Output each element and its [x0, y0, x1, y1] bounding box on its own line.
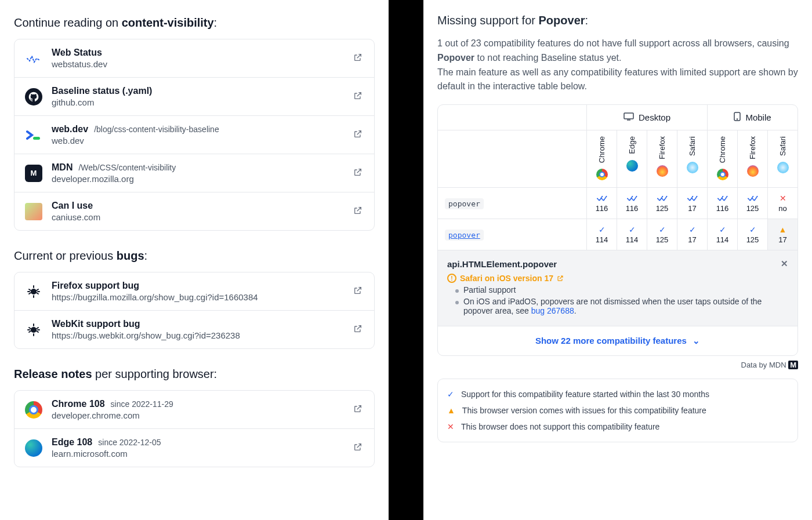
- compat-version: 116: [626, 204, 639, 213]
- release-domain: developer.chrome.com: [52, 410, 344, 420]
- firefox-icon: [747, 165, 759, 177]
- svg-point-2: [31, 327, 37, 333]
- missing-support-description: 1 out of 23 compatibility features do no…: [437, 37, 798, 94]
- svg-point-1: [31, 289, 37, 294]
- compat-cell[interactable]: ✓114: [707, 219, 737, 250]
- compat-version: 17: [778, 235, 786, 244]
- browser-header-cell: Chrome: [707, 130, 737, 187]
- feature-name: popover: [445, 230, 484, 241]
- compat-cell[interactable]: ✓114: [617, 219, 647, 250]
- browser-header-row: ChromeEdgeFirefoxSafariChromeFirefoxSafa…: [438, 130, 798, 188]
- compat-cell[interactable]: 116: [707, 188, 737, 219]
- bug-link[interactable]: bug 267688: [531, 306, 574, 315]
- resource-row[interactable]: Web Statuswebstatus.dev: [14, 39, 374, 77]
- resource-path: /blog/css-content-visibility-baseline: [94, 125, 219, 134]
- resource-domain: web.dev: [52, 136, 344, 146]
- compat-cell[interactable]: 17: [677, 188, 707, 219]
- resource-row[interactable]: Can I usecaniuse.com: [14, 192, 374, 230]
- chrome-icon: [717, 169, 728, 180]
- resource-title: web.dev: [52, 124, 88, 134]
- browser-name: Chrome: [597, 136, 606, 163]
- close-icon[interactable]: ✕: [781, 259, 788, 269]
- compat-cell[interactable]: 116: [617, 188, 647, 219]
- recent-check-icon: [618, 194, 646, 203]
- missing-support-heading: Missing support for Popover:: [437, 14, 798, 27]
- compat-cell[interactable]: ▲17: [767, 219, 798, 250]
- bug-title: WebKit support bug: [52, 319, 140, 329]
- compat-version: 114: [716, 235, 729, 244]
- recent-check-icon: [679, 194, 706, 203]
- bug-row[interactable]: Firefox support bughttps://bugzilla.mozi…: [14, 272, 374, 310]
- resource-domain: webstatus.dev: [52, 59, 344, 69]
- resource-title: MDN: [52, 162, 72, 173]
- cross-icon: ✕: [769, 194, 796, 203]
- browser-header-cell: Firefox: [737, 130, 767, 187]
- svg-point-5: [737, 119, 738, 119]
- resource-domain: caniuse.com: [52, 212, 344, 222]
- compat-version: 125: [656, 204, 669, 213]
- left-column: Continue reading on content-visibility: …: [0, 0, 406, 520]
- browser-header-cell: Chrome: [586, 130, 617, 187]
- cross-icon: ✕: [447, 422, 454, 431]
- compat-cell[interactable]: ✓125: [737, 219, 767, 250]
- compat-cell[interactable]: ✕no: [767, 188, 798, 219]
- resource-title: Web Status: [52, 48, 102, 58]
- show-more-button[interactable]: Show 22 more compatibility features ⌄: [438, 326, 798, 355]
- compat-table: Desktop Mobile ChromeEdgeFirefoxSafariCh…: [437, 104, 798, 356]
- heading-text: per supporting browser:: [92, 368, 217, 380]
- resource-row[interactable]: Baseline status (.yaml)github.com: [14, 77, 374, 115]
- caniuse-icon: [25, 203, 42, 220]
- legend-row: ✓Support for this compatibility feature …: [447, 386, 788, 402]
- bug-row[interactable]: WebKit support bughttps://bugs.webkit.or…: [14, 310, 374, 348]
- recent-check-icon: [648, 194, 676, 203]
- desktop-icon: [624, 112, 634, 122]
- bug-icon: [25, 321, 42, 339]
- check-icon: ✓: [618, 225, 646, 234]
- external-link-icon: [557, 275, 564, 282]
- compat-cell[interactable]: 125: [737, 188, 767, 219]
- compat-row-label[interactable]: popover: [438, 221, 586, 248]
- svg-rect-3: [624, 113, 633, 119]
- resource-domain: github.com: [52, 97, 344, 107]
- external-link-icon: [353, 91, 364, 103]
- compat-cell[interactable]: 125: [647, 188, 677, 219]
- external-link-icon: [353, 404, 364, 416]
- compat-cell[interactable]: ✓114: [586, 219, 617, 250]
- webdev-icon: [25, 126, 42, 144]
- heading-bold: bugs: [117, 249, 144, 262]
- mobile-group: Mobile: [707, 105, 798, 130]
- heading-text: Missing support for: [437, 14, 539, 27]
- legend-row: ▲This browser version comes with issues …: [447, 402, 788, 419]
- browser-header-cell: Firefox: [647, 130, 677, 187]
- detail-safari-line[interactable]: ! Safari on iOS version 17: [447, 274, 788, 283]
- warning-icon: ▲: [769, 225, 796, 234]
- continue-reading-heading: Continue reading on content-visibility:: [14, 16, 375, 30]
- external-link-icon: [353, 324, 364, 336]
- external-link-icon: [353, 442, 364, 454]
- external-link-icon: [353, 53, 364, 64]
- release-row[interactable]: Chrome 108since 2022-11-29developer.chro…: [14, 391, 374, 428]
- release-title: Chrome 108: [52, 399, 105, 409]
- heading-bold: Release notes: [14, 368, 92, 380]
- compat-cell[interactable]: ✓17: [677, 219, 707, 250]
- resource-row[interactable]: MMDN/Web/CSS/content-visibilitydeveloper…: [14, 154, 374, 192]
- check-icon: ✓: [447, 390, 454, 399]
- browser-header-cell: Safari: [677, 130, 707, 187]
- compat-cell[interactable]: ✓125: [647, 219, 677, 250]
- compat-row: popover11611612517116125✕no: [438, 188, 798, 219]
- detail-api-name: api.HTMLElement.popover: [447, 259, 557, 269]
- resource-row[interactable]: web.dev/blog/css-content-visibility-base…: [14, 115, 374, 154]
- bug-url: https://bugzilla.mozilla.org/show_bug.cg…: [52, 292, 344, 302]
- heading-post: :: [144, 249, 148, 262]
- recent-check-icon: [588, 194, 615, 203]
- release-title: Edge 108: [52, 437, 92, 448]
- compat-cell[interactable]: 116: [586, 188, 617, 219]
- browser-name: Chrome: [718, 136, 727, 163]
- svg-rect-0: [33, 137, 40, 140]
- heading-text: Continue reading on: [14, 16, 122, 29]
- bugs-list: Firefox support bughttps://bugzilla.mozi…: [14, 272, 375, 349]
- heading-bold: Popover: [539, 14, 585, 27]
- release-row[interactable]: Edge 108since 2022-12-05learn.microsoft.…: [14, 428, 374, 467]
- releases-list: Chrome 108since 2022-11-29developer.chro…: [14, 390, 375, 467]
- resource-path: /Web/CSS/content-visibility: [78, 163, 176, 172]
